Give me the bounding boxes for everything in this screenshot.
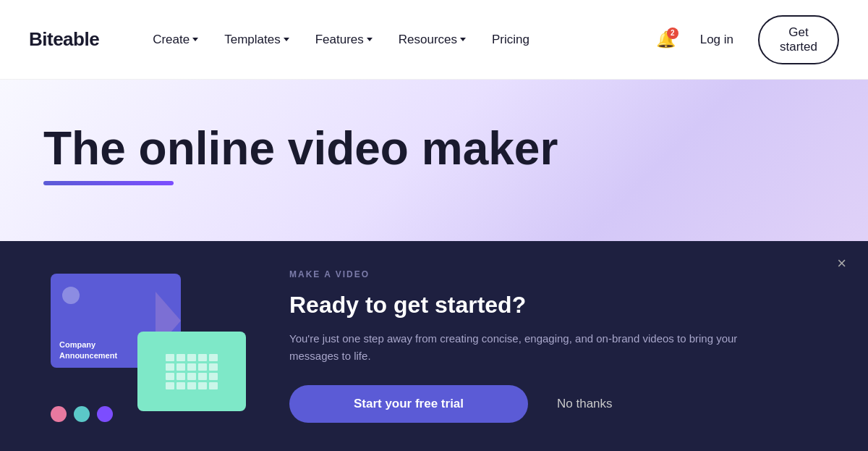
nav-features[interactable]: Features bbox=[305, 27, 383, 53]
modal-actions: Start your free trial No thanks bbox=[289, 385, 825, 423]
modal-illustration: CompanyAnnouncement bbox=[43, 266, 246, 426]
hero-text: The online video maker bbox=[43, 123, 558, 185]
notifications-button[interactable]: 🔔 2 bbox=[656, 30, 676, 49]
nav-right: 🔔 2 Log in Getstarted bbox=[656, 15, 839, 64]
dot-purple bbox=[97, 406, 113, 422]
no-thanks-button[interactable]: No thanks bbox=[557, 397, 613, 411]
modal-content: MAKE A VIDEO Ready to get started? You'r… bbox=[289, 269, 825, 423]
login-button[interactable]: Log in bbox=[690, 27, 744, 53]
modal-eyebrow: MAKE A VIDEO bbox=[289, 269, 825, 279]
grid-icon bbox=[166, 354, 218, 389]
modal-description: You're just one step away from creating … bbox=[289, 330, 738, 365]
chevron-down-icon bbox=[284, 38, 289, 41]
hero-heading: The online video maker bbox=[43, 123, 558, 174]
modal-overlay: × CompanyAnnouncement bbox=[0, 241, 868, 451]
logo[interactable]: Biteable bbox=[29, 28, 99, 51]
dot-teal bbox=[74, 406, 90, 422]
dots-row bbox=[51, 406, 113, 422]
nav-templates[interactable]: Templates bbox=[214, 27, 299, 53]
card-green bbox=[137, 332, 246, 411]
hero-underline bbox=[43, 181, 174, 185]
chevron-down-icon bbox=[192, 38, 198, 41]
nav-create[interactable]: Create bbox=[142, 27, 208, 53]
get-started-button[interactable]: Getstarted bbox=[758, 15, 839, 64]
card-circle bbox=[62, 287, 80, 304]
nav-pricing[interactable]: Pricing bbox=[482, 27, 540, 53]
start-trial-button[interactable]: Start your free trial bbox=[289, 385, 528, 423]
notification-badge: 2 bbox=[667, 28, 678, 39]
navbar: Biteable Create Templates Features Resou… bbox=[0, 0, 868, 80]
modal-title: Ready to get started? bbox=[289, 291, 825, 319]
dot-pink bbox=[51, 406, 67, 422]
chevron-down-icon bbox=[367, 38, 373, 41]
close-button[interactable]: × bbox=[837, 256, 846, 271]
nav-links: Create Templates Features Resources Pric… bbox=[142, 27, 656, 53]
hero-section: The online video maker × CompanyAnnounce… bbox=[0, 80, 868, 451]
chevron-down-icon bbox=[460, 38, 466, 41]
nav-resources[interactable]: Resources bbox=[388, 27, 476, 53]
